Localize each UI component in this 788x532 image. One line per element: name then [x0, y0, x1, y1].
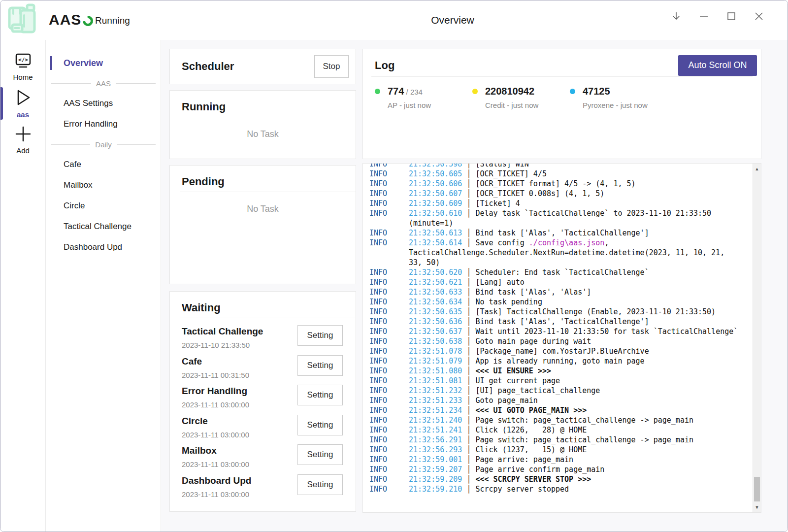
log-level: INFO — [369, 376, 409, 386]
log-text-segment: No task pending — [475, 298, 542, 306]
waiting-task-info: Dashboard Upd2023-11-11 03:00:00 — [182, 474, 251, 499]
waiting-task-info: Cafe2023-11-11 00:31:50 — [182, 355, 249, 379]
stat-ap: 774 / 234AP - just now — [375, 86, 472, 109]
rail-item-home[interactable]: </>Home — [0, 49, 45, 85]
log-timestamp: 21:32:50.606 — [409, 179, 462, 188]
log-message: No task pending — [475, 298, 542, 306]
log-level: INFO — [369, 425, 409, 435]
log-entry: INFO21:32:50.607 │ [OCR_TICKET 0.008s] (… — [369, 189, 748, 199]
log-timestamp: 21:32:50.614 — [409, 238, 462, 247]
stat-label: Pyroxene - just now — [583, 101, 648, 109]
log-separator: │ — [466, 426, 471, 434]
log-entry: INFO21:32:50.606 │ [OCR_TICKET format] 4… — [369, 179, 748, 189]
log-text-segment: <<< UI GOTO PAGE_MAIN >>> — [475, 406, 587, 415]
log-entry: INFO21:32:59.001 │ Page arrive: page_mai… — [369, 455, 748, 465]
sidebar-item-tactical-challenge[interactable]: Tactical Challenge — [46, 216, 161, 237]
pending-card: Pending No Task — [169, 165, 356, 284]
sidebar-item-label: AAS Settings — [64, 99, 113, 108]
sidebar-item-mailbox[interactable]: Mailbox — [46, 175, 161, 196]
rail-item-add[interactable]: Add — [0, 122, 45, 158]
stop-button[interactable]: Stop — [314, 55, 349, 78]
sidebar-item-label: Mailbox — [64, 180, 93, 190]
nav-rail: </>HomeaasAdd — [0, 40, 46, 532]
log-separator: │ — [466, 288, 471, 297]
log-entry: INFO21:32:59.209 │ <<< SCRCPY SERVER STO… — [369, 474, 748, 484]
log-output-panel: INFO21:32:50.598 │ [Status] WININFO21:32… — [362, 163, 761, 513]
log-separator: │ — [466, 337, 471, 346]
stat-label: AP - just now — [388, 101, 431, 109]
setting-button-mailbox[interactable]: Setting — [297, 444, 343, 465]
setting-button-dashboard-upd[interactable]: Setting — [297, 474, 343, 495]
log-message: Goto page_main — [475, 396, 537, 405]
divider-line — [116, 83, 156, 84]
log-level: INFO — [369, 435, 409, 445]
stat-text: 774 / 234AP - just now — [388, 86, 431, 109]
sidebar-item-overview[interactable]: Overview — [46, 53, 161, 73]
log-entry: INFO21:32:50.635 │ [Task] TacticalChalle… — [369, 307, 748, 317]
rail-item-aas[interactable]: aas — [0, 85, 45, 122]
log-text-segment: [UI] page_tactical_challenge — [475, 386, 600, 395]
stat-value: 220810942 — [485, 86, 534, 97]
log-message: [UI] page_tactical_challenge — [475, 386, 600, 395]
waiting-task-name: Tactical Challenge — [182, 325, 263, 337]
scroll-up-icon[interactable]: ▲ — [753, 165, 761, 173]
waiting-task-time: 2023-11-11 03:00:00 — [182, 490, 251, 499]
log-separator: │ — [466, 416, 471, 425]
running-status-label: Running — [95, 15, 130, 26]
close-icon[interactable] — [751, 8, 767, 24]
setting-button-error-handling[interactable]: Setting — [297, 385, 343, 405]
log-message: <<< SCRCPY SERVER STOP >>> — [475, 475, 591, 484]
log-timestamp: 21:32:50.621 — [409, 278, 462, 287]
waiting-task-time: 2023-11-11 03:00:00 — [182, 460, 249, 468]
log-message: <<< UI ENSURE >>> — [475, 366, 551, 375]
stat-value-line: 774 / 234 — [388, 86, 431, 97]
setting-button-circle[interactable]: Setting — [297, 415, 343, 435]
auto-scroll-button[interactable]: Auto Scroll ON — [678, 55, 757, 76]
sidebar-item-dashboard-upd[interactable]: Dashboard Upd — [46, 237, 161, 258]
setting-button-cafe[interactable]: Setting — [297, 355, 343, 376]
log-entry: INFO21:32:50.638 │ Goto main page during… — [369, 336, 748, 346]
log-text-segment: [Package_name] com.YostarJP.BlueArchive — [475, 347, 649, 356]
log-text-segment: [OCR_TICKET format] 4/5 -> (4, 1, 5) — [475, 179, 635, 188]
setting-button-tactical-challenge[interactable]: Setting — [297, 325, 343, 346]
sidebar-section-divider: AAS — [46, 73, 161, 93]
log-text-segment: [Status] WIN — [475, 163, 528, 168]
active-indicator-bar — [0, 87, 3, 120]
log-level: INFO — [369, 179, 409, 189]
scrollbar-thumb[interactable] — [754, 477, 760, 501]
waiting-task-row: Dashboard Upd2023-11-11 03:00:00Setting — [182, 474, 343, 504]
log-separator: │ — [466, 199, 471, 208]
log-entry: INFO21:32:51.080 │ <<< UI ENSURE >>> — [369, 366, 748, 376]
log-scrollbar[interactable]: ▲ ▼ — [753, 164, 761, 512]
minimize-icon[interactable] — [696, 8, 712, 24]
log-text-segment: Click (1237, 15) @ HOME — [475, 445, 587, 454]
sidebar-item-error-handling[interactable]: Error Handling — [46, 114, 161, 134]
stat-value-line: 220810942 — [485, 86, 538, 97]
log-level: INFO — [369, 405, 409, 415]
log-timestamp: 21:32:50.635 — [409, 307, 462, 316]
sidebar-item-label: Tactical Challenge — [64, 222, 131, 232]
log-text-segment: Bind task ['Alas', 'TacticalChallenge'] — [475, 317, 649, 326]
log-message: [Package_name] com.YostarJP.BlueArchive — [475, 347, 649, 356]
log-card: Log Auto Scroll ON 774 / 234AP - just no… — [362, 49, 761, 159]
sidebar-item-aas-settings[interactable]: AAS Settings — [46, 93, 161, 114]
log-separator: │ — [466, 229, 471, 237]
pending-empty-state: No Task — [170, 192, 356, 214]
log-timestamp: 21:32:50.638 — [409, 337, 462, 346]
titlebar: AAS Running Overview — [0, 0, 788, 40]
log-separator: │ — [466, 455, 471, 464]
log-timestamp: 21:32:51.234 — [409, 406, 462, 415]
log-entry: INFO21:32:51.232 │ [UI] page_tactical_ch… — [369, 386, 748, 396]
waiting-task-row: Tactical Challenge2023-11-10 21:33:50Set… — [182, 325, 343, 355]
sidebar-item-label: Error Handling — [64, 119, 118, 129]
sidebar-item-circle[interactable]: Circle — [46, 196, 161, 216]
sidebar-item-label: Cafe — [64, 160, 81, 169]
scroll-down-icon[interactable]: ▼ — [753, 503, 761, 511]
stat-value: 774 — [388, 86, 404, 97]
waiting-task-list: Tactical Challenge2023-11-10 21:33:50Set… — [170, 318, 356, 504]
sidebar-item-cafe[interactable]: Cafe — [46, 154, 161, 175]
log-timestamp: 21:32:51.240 — [409, 416, 462, 425]
maximize-icon[interactable] — [723, 8, 739, 24]
log-timestamp: 21:32:51.232 — [409, 386, 462, 395]
download-update-icon[interactable] — [668, 8, 684, 24]
